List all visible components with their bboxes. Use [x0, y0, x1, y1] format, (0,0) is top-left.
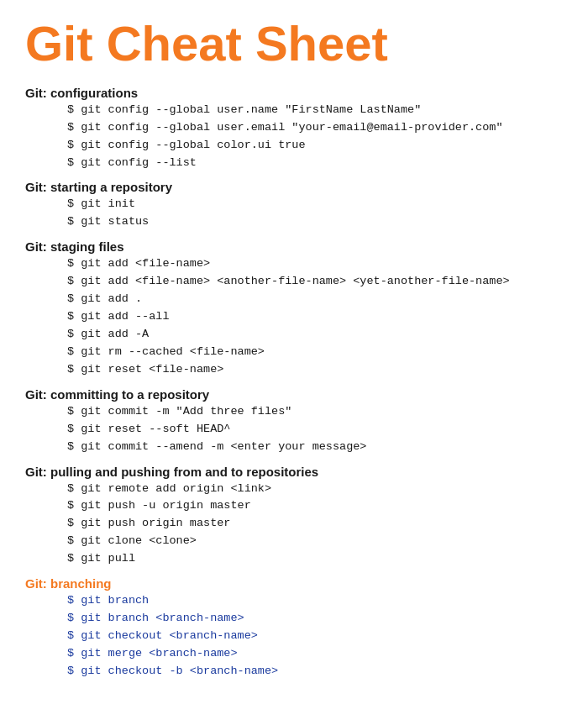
cmd-line: $ git pull [67, 550, 563, 568]
cmd-line: $ git status [67, 213, 563, 231]
cmd-line: $ git init [67, 196, 563, 213]
cmd-line: $ git add -A [67, 326, 563, 344]
cmd-line: $ git rm --cached <file-name> [67, 344, 563, 361]
cmd-line: $ git reset --soft HEAD^ [67, 421, 563, 439]
section-committing: Git: committing to a repository$ git com… [25, 387, 563, 456]
commands-staging: $ git add <file-name>$ git add <file-nam… [25, 255, 563, 378]
cmd-line: $ git add . [67, 291, 563, 308]
cmd-line: $ git config --global user.email "your-e… [67, 119, 563, 137]
commands-committing: $ git commit -m "Add three files"$ git r… [25, 403, 563, 456]
cmd-line: $ git checkout <branch-name> [67, 628, 563, 645]
cmd-line: $ git config --global user.name "FirstNa… [67, 102, 563, 119]
cmd-line: $ git reset <file-name> [67, 361, 563, 379]
cmd-line: $ git config --global color.ui true [67, 137, 563, 155]
cmd-line: $ git remote add origin <link> [67, 481, 563, 498]
cmd-line: $ git checkout -b <branch-name> [67, 663, 563, 681]
cmd-line: $ git branch <branch-name> [67, 610, 563, 628]
cmd-line: $ git merge <branch-name> [67, 645, 563, 663]
section-heading-staging: Git: staging files [25, 239, 563, 254]
section-heading-pulling-pushing: Git: pulling and pushing from and to rep… [25, 465, 563, 479]
section-branching: Git: branching$ git branch$ git branch <… [25, 576, 563, 681]
section-starting: Git: starting a repository$ git init$ gi… [25, 180, 563, 231]
section-pulling-pushing: Git: pulling and pushing from and to rep… [25, 465, 563, 569]
commands-branching: $ git branch$ git branch <branch-name>$ … [25, 592, 563, 681]
sections-container: Git: configurations$ git config --global… [25, 86, 563, 681]
cmd-line: $ git add <file-name> [67, 255, 563, 273]
section-heading-committing: Git: committing to a repository [25, 387, 563, 402]
cmd-line: $ git commit --amend -m <enter your mess… [67, 439, 563, 456]
cmd-line: $ git push -u origin master [67, 497, 563, 515]
commands-configurations: $ git config --global user.name "FirstNa… [25, 102, 563, 172]
section-configurations: Git: configurations$ git config --global… [25, 86, 563, 172]
commands-pulling-pushing: $ git remote add origin <link>$ git push… [25, 481, 563, 569]
section-heading-branching: Git: branching [25, 576, 563, 591]
cmd-line: $ git branch [67, 592, 563, 610]
section-heading-starting: Git: starting a repository [25, 180, 563, 194]
cmd-line: $ git push origin master [67, 515, 563, 533]
cmd-line: $ git clone <clone> [67, 533, 563, 550]
page-title: Git Cheat Sheet [25, 17, 563, 71]
cmd-line: $ git add <file-name> <another-file-name… [67, 273, 563, 291]
section-heading-configurations: Git: configurations [25, 86, 563, 100]
cmd-line: $ git config --list [67, 155, 563, 172]
section-staging: Git: staging files$ git add <file-name>$… [25, 239, 563, 378]
cmd-line: $ git commit -m "Add three files" [67, 403, 563, 421]
cmd-line: $ git add --all [67, 308, 563, 326]
commands-starting: $ git init$ git status [25, 196, 563, 231]
